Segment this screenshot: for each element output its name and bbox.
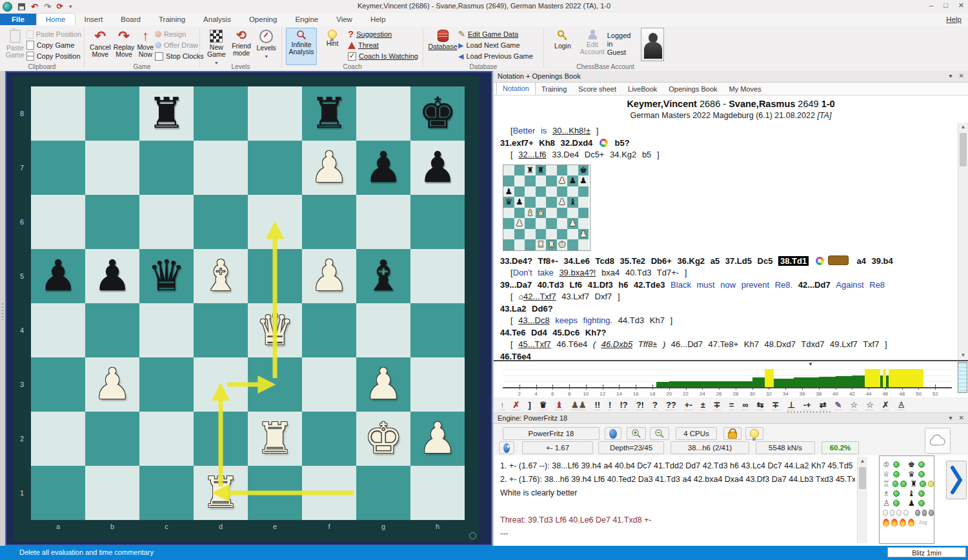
square-g7[interactable]: ♟: [356, 141, 410, 195]
levels-button[interactable]: Levels▾: [254, 28, 279, 65]
notation-token[interactable]: 33.De4? Tf8+- 34.Le6 Tcd8 35.Te2 Db6+ 36…: [500, 256, 778, 266]
suggestion-button[interactable]: ?Suggestion: [348, 30, 418, 39]
square-d3[interactable]: [194, 357, 248, 412]
square-d4[interactable]: [194, 303, 248, 357]
eval-bar[interactable]: [669, 381, 752, 387]
eval-bar[interactable]: [865, 369, 880, 387]
engine-scroll-up-icon[interactable]: ▲: [858, 457, 867, 466]
eval-bar[interactable]: [852, 375, 864, 387]
square-d1[interactable]: ♜: [194, 466, 248, 520]
square-a5[interactable]: ♟: [31, 249, 85, 303]
black-bishop[interactable]: ♝: [364, 249, 402, 303]
annotation-symbol-19[interactable]: ∓: [772, 400, 780, 410]
time-control-badge[interactable]: Blitz 1min: [887, 547, 966, 557]
notation-token[interactable]: 33.De4 Dc5+ 34.Kg2 b5 ]: [547, 150, 660, 159]
annotation-symbol-21[interactable]: -+: [803, 400, 811, 410]
annotation-symbol-5[interactable]: ♝: [555, 400, 563, 410]
square-d2[interactable]: [194, 412, 248, 466]
annotation-symbol-23[interactable]: ✎: [835, 400, 842, 410]
square-d6[interactable]: [194, 195, 248, 249]
square-g4[interactable]: [356, 303, 410, 357]
notation-token[interactable]: 46.Dxb5: [601, 339, 632, 349]
square-e1[interactable]: [248, 466, 302, 520]
annotation-symbol-25[interactable]: ☆: [866, 400, 874, 410]
tab-notation[interactable]: Notation: [496, 82, 536, 95]
square-c3[interactable]: [139, 357, 194, 412]
eval-bar[interactable]: [656, 382, 669, 387]
notation-token[interactable]: 31.exf7+ Kh8 32.Dxd4: [500, 138, 598, 148]
square-h2[interactable]: ♟: [410, 412, 465, 466]
database-button[interactable]: Database: [427, 28, 458, 65]
annotation-symbol-11[interactable]: ?: [652, 400, 658, 410]
notation-token[interactable]: 46.T6e4: [551, 339, 593, 349]
notation-token[interactable]: 32...Lf6: [518, 150, 546, 159]
notation-token[interactable]: Tff8±: [632, 339, 663, 349]
tab-livebook[interactable]: LiveBook: [622, 83, 663, 95]
close-button[interactable]: ✕: [958, 1, 964, 10]
white-pawn[interactable]: ♟: [310, 141, 348, 195]
square-b6[interactable]: [85, 195, 139, 249]
lock-button[interactable]: [723, 427, 741, 440]
annotation-ring-icon[interactable]: [600, 139, 608, 147]
square-h7[interactable]: ♟: [410, 141, 465, 195]
paste-position-button[interactable]: Paste Position: [26, 30, 81, 39]
black-queen[interactable]: ♛: [147, 249, 185, 303]
load-next-game-button[interactable]: ▶Load Next Game: [458, 41, 533, 50]
engine-caret-icon[interactable]: ▾: [949, 414, 953, 421]
engine-name-button[interactable]: PowerFritz 18: [503, 427, 600, 440]
square-g3[interactable]: ♟: [356, 357, 410, 412]
square-c1[interactable]: [139, 466, 194, 520]
annotation-symbol-4[interactable]: ♛: [539, 400, 547, 410]
eval-bar[interactable]: [819, 377, 836, 387]
annotation-medal-icon[interactable]: [828, 255, 849, 265]
annotation-symbol-2[interactable]: ✗: [513, 400, 520, 410]
square-c7[interactable]: [139, 141, 194, 195]
square-c6[interactable]: [139, 195, 194, 249]
ribbon-tab-board[interactable]: Board: [112, 14, 150, 25]
edit-game-data-button[interactable]: ✎Edit Game Data: [458, 30, 533, 39]
square-e5[interactable]: [248, 249, 302, 303]
engine-line-2[interactable]: 2. +- (1.76): 38...h6 39.h4 Lf6 40.Ted2 …: [500, 473, 855, 486]
annotation-symbol-8[interactable]: !: [609, 400, 611, 410]
notation-token[interactable]: [: [510, 292, 518, 301]
square-b1[interactable]: [85, 466, 139, 520]
stop-clocks-checkbox[interactable]: Stop Clocks: [155, 52, 204, 61]
white-pawn[interactable]: ♟: [310, 249, 348, 303]
white-pawn[interactable]: ♟: [418, 412, 456, 466]
engine-expand-button[interactable]: [499, 441, 514, 454]
white-king[interactable]: ♚: [364, 412, 402, 466]
ribbon-tab-analysis[interactable]: Analysis: [194, 14, 240, 25]
notation-token[interactable]: keeps fighting.: [555, 315, 618, 325]
square-a2[interactable]: [31, 412, 85, 466]
engine-line-1[interactable]: 1. +- (1.67 --): 38...Lf6 39.h4 a4 40.b4…: [500, 459, 855, 473]
ribbon-tab-opening[interactable]: Opening: [240, 14, 286, 25]
white-pawn[interactable]: ♟: [93, 357, 131, 412]
annotation-symbol-17[interactable]: ∞: [742, 400, 748, 410]
notation-token[interactable]: Don't take: [513, 268, 560, 277]
square-g2[interactable]: ♚: [356, 412, 410, 466]
restore-button[interactable]: □: [943, 1, 948, 10]
pane-caret-icon[interactable]: ▾: [949, 72, 953, 79]
square-b7[interactable]: [85, 141, 139, 195]
chess-board[interactable]: ♜♜♚♟♟♟♟♟♛♝♟♝♛♟♟♜♚♟♜: [31, 86, 465, 520]
pane-close-icon[interactable]: ✕: [959, 72, 964, 79]
cpu-count-button[interactable]: 4 CPUs: [676, 427, 717, 440]
black-rook[interactable]: ♜: [310, 86, 348, 141]
annotation-symbol-9[interactable]: !?: [620, 400, 627, 410]
ribbon-tab-view[interactable]: View: [327, 14, 361, 25]
flip-board-icon[interactable]: [469, 532, 476, 539]
notation-token[interactable]: [: [510, 315, 518, 325]
paste-game-button[interactable]: Paste Game: [4, 28, 26, 65]
annotation-symbol-7[interactable]: !!: [594, 400, 600, 410]
notation-token[interactable]: ⌂: [518, 292, 523, 301]
square-g1[interactable]: [356, 466, 410, 520]
scroll-down-icon[interactable]: ▼: [958, 351, 968, 360]
square-h6[interactable]: [410, 195, 465, 249]
cancel-move-button[interactable]: ↶Cancel Move: [88, 28, 112, 65]
zoom-out-button[interactable]: [650, 427, 669, 440]
engine-hint-button[interactable]: [745, 427, 763, 440]
notation-token[interactable]: b5?: [609, 138, 630, 148]
annotation-ring-icon[interactable]: [816, 257, 824, 265]
square-c4[interactable]: [139, 303, 194, 357]
notation-token[interactable]: 43.Lxf7 Dxf7 ]: [556, 292, 620, 301]
